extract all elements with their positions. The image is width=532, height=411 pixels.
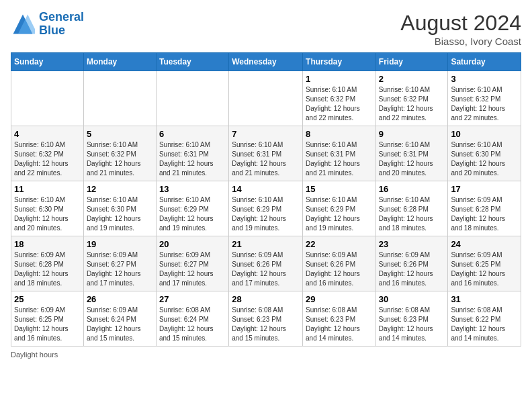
calendar-cell [156,71,228,126]
calendar-cell: 22Sunrise: 6:09 AMSunset: 6:26 PMDayligh… [303,236,376,291]
col-header-thursday: Thursday [303,53,376,71]
day-info: Sunrise: 6:08 AMSunset: 6:23 PMDaylight:… [379,306,445,343]
calendar-cell [83,71,156,126]
day-number: 14 [232,184,300,194]
page-title: August 2024 [400,11,521,36]
day-info: Sunrise: 6:08 AMSunset: 6:22 PMDaylight:… [451,306,518,343]
calendar-cell: 15Sunrise: 6:10 AMSunset: 6:29 PMDayligh… [303,181,376,236]
day-number: 29 [306,294,373,304]
col-header-saturday: Saturday [448,53,521,71]
calendar-cell: 24Sunrise: 6:09 AMSunset: 6:25 PMDayligh… [448,236,521,291]
calendar-cell: 27Sunrise: 6:08 AMSunset: 6:24 PMDayligh… [156,291,228,347]
calendar-cell: 30Sunrise: 6:08 AMSunset: 6:23 PMDayligh… [375,291,448,347]
day-info: Sunrise: 6:10 AMSunset: 6:32 PMDaylight:… [379,85,445,123]
day-number: 7 [232,129,300,139]
col-header-friday: Friday [375,53,448,71]
day-info: Sunrise: 6:10 AMSunset: 6:32 PMDaylight:… [451,85,518,123]
day-number: 22 [306,239,373,249]
calendar-cell: 1Sunrise: 6:10 AMSunset: 6:32 PMDaylight… [303,71,376,126]
day-number: 15 [306,184,373,194]
logo: General Blue [11,11,84,38]
page-subtitle: Biasso, Ivory Coast [400,36,521,47]
day-number: 30 [379,294,445,304]
day-number: 28 [232,294,300,304]
day-info: Sunrise: 6:10 AMSunset: 6:31 PMDaylight:… [379,140,445,178]
calendar-cell: 31Sunrise: 6:08 AMSunset: 6:22 PMDayligh… [448,291,521,347]
day-number: 6 [159,129,226,139]
day-number: 4 [14,129,81,139]
logo-text: General Blue [39,11,84,38]
calendar-cell: 6Sunrise: 6:10 AMSunset: 6:31 PMDaylight… [156,126,228,181]
calendar-cell: 14Sunrise: 6:10 AMSunset: 6:29 PMDayligh… [229,181,303,236]
calendar-header-row: SundayMondayTuesdayWednesdayThursdayFrid… [11,53,521,71]
calendar-cell: 17Sunrise: 6:09 AMSunset: 6:28 PMDayligh… [448,181,521,236]
day-number: 31 [451,294,518,304]
calendar-cell: 26Sunrise: 6:09 AMSunset: 6:24 PMDayligh… [83,291,156,347]
day-info: Sunrise: 6:10 AMSunset: 6:30 PMDaylight:… [14,195,81,233]
day-number: 11 [14,184,81,194]
calendar-cell: 21Sunrise: 6:09 AMSunset: 6:26 PMDayligh… [229,236,303,291]
calendar-cell: 12Sunrise: 6:10 AMSunset: 6:30 PMDayligh… [83,181,156,236]
day-info: Sunrise: 6:09 AMSunset: 6:25 PMDaylight:… [14,306,81,343]
day-info: Sunrise: 6:09 AMSunset: 6:28 PMDaylight:… [14,250,81,288]
day-number: 12 [87,184,153,194]
day-info: Sunrise: 6:09 AMSunset: 6:26 PMDaylight:… [232,250,300,288]
day-info: Sunrise: 6:09 AMSunset: 6:24 PMDaylight:… [87,306,153,343]
day-info: Sunrise: 6:09 AMSunset: 6:25 PMDaylight:… [451,250,518,288]
calendar-cell: 18Sunrise: 6:09 AMSunset: 6:28 PMDayligh… [11,236,84,291]
day-number: 13 [159,184,226,194]
day-info: Sunrise: 6:09 AMSunset: 6:28 PMDaylight:… [451,195,518,233]
week-row-3: 11Sunrise: 6:10 AMSunset: 6:30 PMDayligh… [11,181,521,236]
calendar-cell: 19Sunrise: 6:09 AMSunset: 6:27 PMDayligh… [83,236,156,291]
col-header-wednesday: Wednesday [229,53,303,71]
day-info: Sunrise: 6:10 AMSunset: 6:31 PMDaylight:… [306,140,373,178]
calendar-cell: 2Sunrise: 6:10 AMSunset: 6:32 PMDaylight… [375,71,448,126]
calendar-cell: 5Sunrise: 6:10 AMSunset: 6:32 PMDaylight… [83,126,156,181]
calendar-cell: 10Sunrise: 6:10 AMSunset: 6:30 PMDayligh… [448,126,521,181]
day-info: Sunrise: 6:10 AMSunset: 6:32 PMDaylight:… [87,140,153,178]
week-row-4: 18Sunrise: 6:09 AMSunset: 6:28 PMDayligh… [11,236,521,291]
day-info: Sunrise: 6:09 AMSunset: 6:27 PMDaylight:… [87,250,153,288]
day-number: 10 [451,129,518,139]
day-info: Sunrise: 6:10 AMSunset: 6:30 PMDaylight:… [451,140,518,178]
day-info: Sunrise: 6:10 AMSunset: 6:30 PMDaylight:… [87,195,153,233]
calendar-cell: 4Sunrise: 6:10 AMSunset: 6:32 PMDaylight… [11,126,84,181]
day-info: Sunrise: 6:10 AMSunset: 6:29 PMDaylight:… [232,195,300,233]
calendar-cell: 25Sunrise: 6:09 AMSunset: 6:25 PMDayligh… [11,291,84,347]
day-info: Sunrise: 6:08 AMSunset: 6:23 PMDaylight:… [306,306,373,343]
day-info: Sunrise: 6:10 AMSunset: 6:32 PMDaylight:… [14,140,81,178]
day-info: Sunrise: 6:08 AMSunset: 6:23 PMDaylight:… [232,306,300,343]
week-row-2: 4Sunrise: 6:10 AMSunset: 6:32 PMDaylight… [11,126,521,181]
day-number: 2 [379,74,445,84]
day-number: 21 [232,239,300,249]
day-info: Sunrise: 6:09 AMSunset: 6:26 PMDaylight:… [306,250,373,288]
calendar-cell: 13Sunrise: 6:10 AMSunset: 6:29 PMDayligh… [156,181,228,236]
title-block: August 2024 Biasso, Ivory Coast [400,11,521,47]
day-number: 17 [451,184,518,194]
col-header-monday: Monday [83,53,156,71]
calendar-cell: 16Sunrise: 6:10 AMSunset: 6:28 PMDayligh… [375,181,448,236]
day-number: 27 [159,294,226,304]
calendar-table: SundayMondayTuesdayWednesdayThursdayFrid… [11,52,521,347]
day-number: 20 [159,239,226,249]
calendar-cell: 3Sunrise: 6:10 AMSunset: 6:32 PMDaylight… [448,71,521,126]
footer-label: Daylight hours [11,351,521,359]
day-number: 5 [87,129,153,139]
day-number: 18 [14,239,81,249]
day-number: 3 [451,74,518,84]
day-number: 25 [14,294,81,304]
day-info: Sunrise: 6:10 AMSunset: 6:28 PMDaylight:… [379,195,445,233]
generalblue-logo-icon [11,12,35,36]
calendar-cell: 28Sunrise: 6:08 AMSunset: 6:23 PMDayligh… [229,291,303,347]
calendar-cell: 29Sunrise: 6:08 AMSunset: 6:23 PMDayligh… [303,291,376,347]
day-info: Sunrise: 6:09 AMSunset: 6:27 PMDaylight:… [159,250,226,288]
day-info: Sunrise: 6:10 AMSunset: 6:31 PMDaylight:… [159,140,226,178]
col-header-sunday: Sunday [11,53,84,71]
day-number: 24 [451,239,518,249]
day-number: 1 [306,74,373,84]
day-number: 16 [379,184,445,194]
page-header: General Blue August 2024 Biasso, Ivory C… [11,11,521,47]
day-number: 9 [379,129,445,139]
day-info: Sunrise: 6:08 AMSunset: 6:24 PMDaylight:… [159,306,226,343]
day-number: 8 [306,129,373,139]
